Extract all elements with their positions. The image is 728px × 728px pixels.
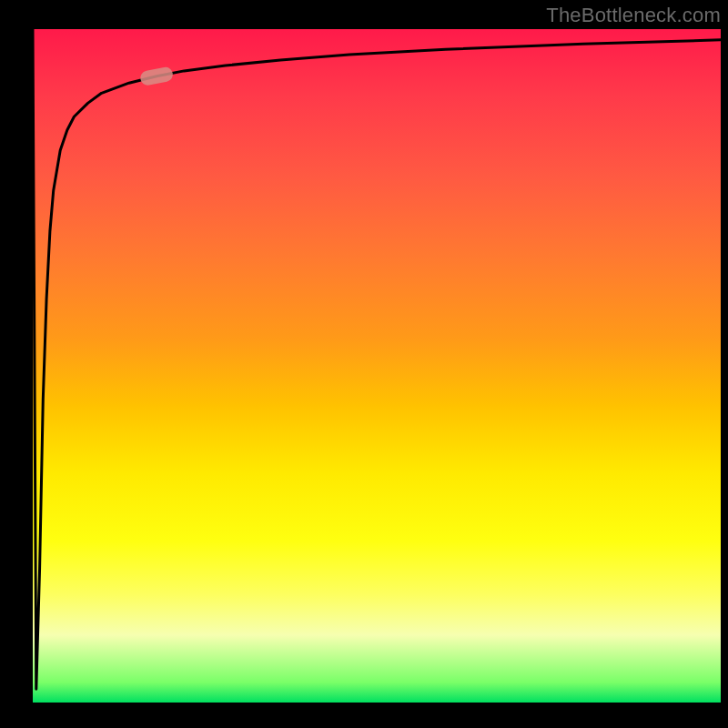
attribution-text: TheBottleneck.com (546, 4, 721, 27)
chart-svg (33, 29, 721, 703)
svg-rect-0 (139, 66, 174, 86)
curve-marker (139, 66, 174, 86)
bottleneck-curve (33, 29, 721, 689)
chart-plot-area (33, 29, 721, 703)
